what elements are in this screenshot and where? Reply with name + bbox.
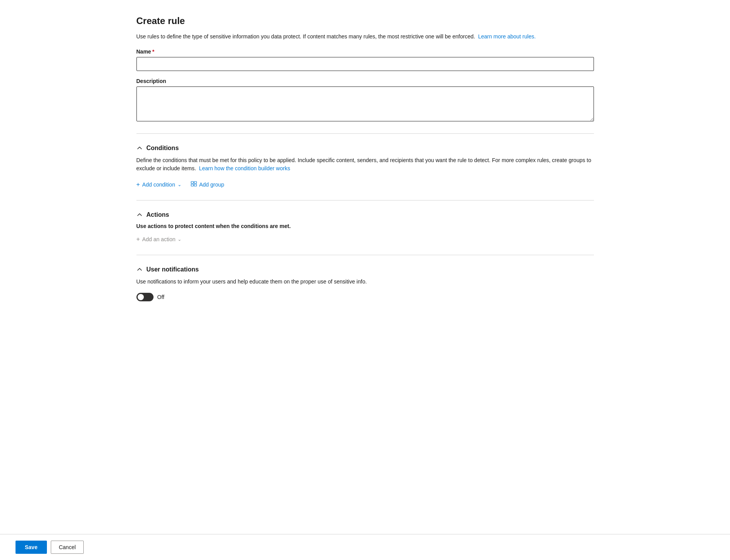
user-notifications-description: Use notifications to inform your users a…	[136, 278, 594, 286]
add-group-button[interactable]: Add group	[191, 180, 224, 189]
add-action-label: Add an action	[142, 236, 176, 242]
add-group-label: Add group	[199, 181, 224, 188]
conditions-title: Conditions	[147, 145, 179, 152]
save-button[interactable]: Save	[16, 541, 47, 554]
page-title: Create rule	[136, 16, 594, 26]
add-condition-button[interactable]: + Add condition ⌄	[136, 180, 181, 189]
cancel-button[interactable]: Cancel	[51, 541, 84, 554]
divider-3	[136, 255, 594, 255]
bottom-bar: Save Cancel	[0, 534, 730, 560]
description-label: Description	[136, 78, 594, 84]
conditions-chevron-icon[interactable]	[136, 145, 143, 151]
page-description: Use rules to define the type of sensitiv…	[136, 33, 594, 41]
svg-rect-2	[191, 184, 193, 186]
add-action-chevron-icon: ⌄	[178, 237, 181, 242]
add-condition-label: Add condition	[142, 181, 175, 188]
conditions-header: Conditions	[136, 145, 594, 152]
user-notifications-title: User notifications	[147, 266, 199, 273]
name-label: Name*	[136, 48, 594, 55]
divider-1	[136, 133, 594, 134]
toggle-label: Off	[157, 294, 164, 300]
add-condition-plus-icon: +	[136, 181, 140, 188]
description-text: Use rules to define the type of sensitiv…	[136, 33, 475, 40]
learn-more-rules-link[interactable]: Learn more about rules.	[478, 33, 536, 40]
add-action-button[interactable]: + Add an action ⌄	[136, 235, 182, 244]
toggle-row: Off	[136, 293, 594, 301]
description-input[interactable]	[136, 86, 594, 121]
conditions-button-row: + Add condition ⌄ Add group	[136, 180, 594, 189]
actions-section: Actions Use actions to protect content w…	[136, 211, 594, 244]
description-field-container: Description	[136, 78, 594, 123]
user-notifications-header: User notifications	[136, 266, 594, 273]
add-group-icon	[191, 181, 197, 188]
learn-condition-builder-link[interactable]: Learn how the condition builder works	[199, 165, 290, 171]
add-condition-chevron-icon: ⌄	[178, 182, 181, 187]
svg-rect-1	[194, 181, 197, 183]
divider-2	[136, 200, 594, 200]
actions-chevron-icon[interactable]	[136, 212, 143, 218]
name-input[interactable]	[136, 57, 594, 71]
conditions-description: Define the conditions that must be met f…	[136, 156, 594, 173]
notifications-toggle[interactable]	[136, 293, 154, 301]
user-notifications-chevron-icon[interactable]	[136, 266, 143, 273]
svg-rect-3	[194, 184, 197, 186]
svg-rect-0	[191, 181, 193, 183]
name-field-container: Name*	[136, 48, 594, 78]
user-notifications-section: User notifications Use notifications to …	[136, 266, 594, 301]
add-action-plus-icon: +	[136, 236, 140, 242]
actions-subtitle: Use actions to protect content when the …	[136, 223, 594, 229]
actions-button-row: + Add an action ⌄	[136, 235, 594, 244]
actions-header: Actions	[136, 211, 594, 218]
conditions-section: Conditions Define the conditions that mu…	[136, 145, 594, 189]
actions-title: Actions	[147, 211, 169, 218]
required-indicator: *	[152, 48, 154, 55]
